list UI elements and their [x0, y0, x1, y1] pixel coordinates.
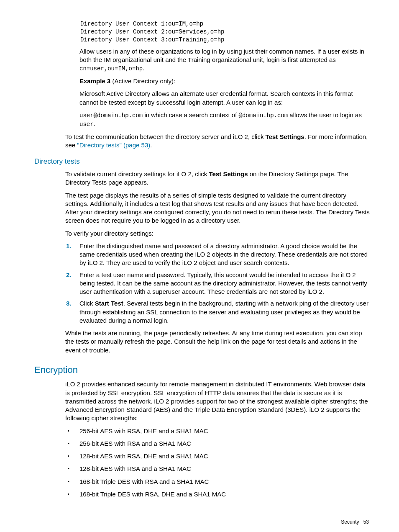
- heading-encryption: Encryption: [34, 364, 371, 376]
- step-number: 3.: [66, 299, 72, 308]
- inline-code: @domain.hp.com: [239, 112, 288, 119]
- paragraph: The test page displays the results of a …: [34, 191, 371, 225]
- text: .: [150, 141, 152, 149]
- cipher-text: 168-bit Triple DES with RSA, DHE and a S…: [79, 491, 226, 498]
- heading-directory-tests: Directory tests: [34, 157, 371, 167]
- bullet-icon: •: [68, 465, 69, 472]
- bullet-icon: •: [68, 440, 69, 447]
- bullet-icon: •: [68, 491, 69, 497]
- list-item: •256-bit AES with RSA, DHE and a SHA1 MA…: [34, 427, 371, 435]
- step-text: Enter the distinguished name and passwor…: [79, 242, 368, 267]
- page-footer: Security 53: [34, 519, 371, 525]
- cipher-text: 256-bit AES with RSA, DHE and a SHA1 MAC: [79, 427, 208, 434]
- text: allows the user to login as: [288, 111, 362, 118]
- text: in which case a search context of: [143, 111, 238, 118]
- paragraph: To validate current directory settings f…: [34, 170, 371, 187]
- footer-section: Security: [341, 519, 359, 525]
- steps-list: 1. Enter the distinguished name and pass…: [34, 242, 371, 325]
- step-number: 2.: [66, 271, 72, 279]
- cipher-list: •256-bit AES with RSA, DHE and a SHA1 MA…: [34, 427, 371, 499]
- ui-reference: Test Settings: [209, 170, 248, 177]
- text: Allow users in any of these organization…: [79, 48, 364, 63]
- bullet-icon: •: [68, 453, 69, 459]
- text: To validate current directory settings f…: [65, 170, 209, 177]
- paragraph: While the tests are running, the page pe…: [34, 329, 371, 355]
- list-item: •168-bit Triple DES with RSA and a SHA1 …: [34, 478, 371, 486]
- inline-code: user@domain.hp.com: [79, 112, 143, 119]
- paragraph: iLO 2 provides enhanced security for rem…: [34, 380, 371, 422]
- example-label: Example 3 (Active Directory only):: [34, 77, 371, 85]
- step-item: 2. Enter a test user name and password. …: [34, 271, 371, 296]
- list-item: •128-bit AES with RSA and a SHA1 MAC: [34, 465, 371, 473]
- paragraph: Allow users in any of these organization…: [34, 47, 371, 73]
- cipher-text: 128-bit AES with RSA, DHE and a SHA1 MAC: [79, 452, 208, 460]
- ui-reference: Test Settings: [266, 133, 304, 140]
- text: To test the communication between the di…: [65, 133, 266, 140]
- inline-code: cn=user,ou=IM,o=hp: [79, 65, 143, 72]
- step-item: 1. Enter the distinguished name and pass…: [34, 242, 371, 267]
- cipher-text: 168-bit Triple DES with RSA and a SHA1 M…: [79, 478, 209, 485]
- paragraph: To verify your directory settings:: [34, 229, 371, 238]
- bullet-icon: •: [68, 428, 69, 434]
- cipher-text: 256-bit AES with RSA and a SHA1 MAC: [79, 440, 191, 447]
- paragraph: To test the communication between the di…: [34, 133, 371, 150]
- list-item: •256-bit AES with RSA and a SHA1 MAC: [34, 439, 371, 448]
- example-number: Example 3: [79, 77, 110, 85]
- step-text: Enter a test user name and password. Typ…: [79, 271, 367, 296]
- cross-reference-link[interactable]: "Directory tests" (page 53): [77, 141, 150, 149]
- page-number: 53: [363, 519, 369, 525]
- step-number: 1.: [66, 242, 72, 250]
- list-item: •128-bit AES with RSA, DHE and a SHA1 MA…: [34, 452, 371, 460]
- list-item: •168-bit Triple DES with RSA, DHE and a …: [34, 490, 371, 499]
- cipher-text: 128-bit AES with RSA and a SHA1 MAC: [79, 465, 191, 472]
- text: .: [94, 120, 95, 127]
- text: .: [143, 64, 144, 72]
- text: (Active Directory only):: [110, 77, 175, 85]
- step-item: 3. Click Start Test. Several tests begin…: [34, 299, 371, 325]
- code-block-contexts: Directory User Context 1:ou=IM,o=hp Dire…: [34, 20, 371, 44]
- text: Click: [79, 300, 95, 307]
- bullet-icon: •: [68, 478, 69, 485]
- ui-reference: Start Test: [95, 300, 123, 307]
- paragraph: user@domain.hp.com in which case a searc…: [34, 111, 371, 129]
- paragraph: Microsoft Active Directory allows an alt…: [34, 90, 371, 107]
- inline-code: user: [79, 121, 94, 128]
